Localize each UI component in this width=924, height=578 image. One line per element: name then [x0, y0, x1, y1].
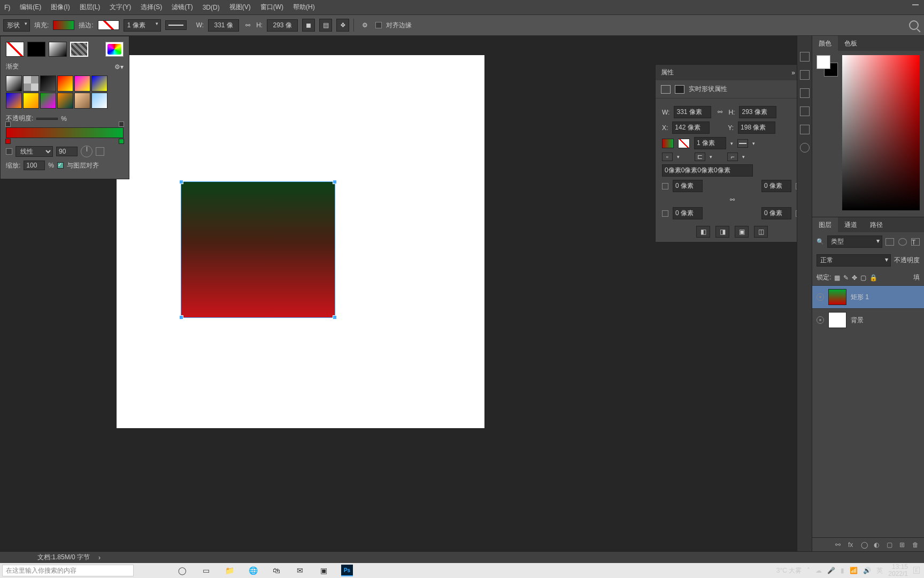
tray-ime-icon[interactable]: 英: [876, 566, 883, 575]
opacity-field[interactable]: [36, 118, 58, 120]
edge-icon[interactable]: 🌐: [247, 565, 259, 576]
tray-chevron-icon[interactable]: ˄: [807, 567, 810, 574]
tray-battery-icon[interactable]: ▮: [841, 567, 844, 574]
prop-y-field[interactable]: 198 像素: [738, 121, 775, 134]
handle-bl[interactable]: [179, 315, 183, 320]
start-icon[interactable]: ◯: [176, 565, 188, 576]
menu-layer[interactable]: 图层(L): [80, 3, 101, 12]
preset-1[interactable]: [23, 75, 39, 92]
color-stop-left[interactable]: [5, 139, 11, 144]
scale-field[interactable]: [24, 161, 45, 170]
color-picker-area[interactable]: [842, 55, 920, 210]
pathop-intersect-icon[interactable]: ▣: [735, 226, 749, 238]
explorer-icon[interactable]: 📁: [224, 565, 235, 576]
pathop-subtract-icon[interactable]: ◨: [715, 226, 729, 238]
align-edges-checkbox[interactable]: [375, 22, 382, 28]
tab-channels[interactable]: 通道: [838, 217, 864, 232]
filter-text-icon[interactable]: T: [911, 238, 920, 246]
fill-swatch[interactable]: [53, 20, 74, 30]
prop-x-field[interactable]: 142 像素: [672, 121, 710, 134]
status-doc-size[interactable]: 文档:1.85M/0 字节: [37, 553, 90, 562]
opacity-stop-left[interactable]: [5, 121, 11, 127]
corner-tr-field[interactable]: 0 像素: [761, 180, 791, 192]
photoshop-icon[interactable]: Ps: [341, 565, 353, 576]
preset-11[interactable]: [91, 93, 107, 109]
gradient-style-select[interactable]: 线性: [16, 146, 53, 157]
fill-type-gradient[interactable]: [49, 42, 67, 57]
fg-bg-swatch[interactable]: [817, 55, 838, 77]
layer-name[interactable]: 背景: [851, 316, 864, 325]
layer-filter-select[interactable]: 类型: [827, 235, 882, 248]
fill-type-pattern[interactable]: [70, 42, 88, 57]
corner-bl-icon[interactable]: [662, 210, 668, 217]
store-icon[interactable]: 🛍: [271, 565, 282, 576]
rectangle-shape[interactable]: [181, 182, 335, 317]
prop-stroke-style[interactable]: [737, 139, 748, 148]
lock-all-icon[interactable]: 🔒: [869, 274, 877, 282]
stroke-width-select[interactable]: 1 像素: [124, 19, 161, 32]
menu-window[interactable]: 窗口(W): [260, 3, 283, 12]
prop-w-field[interactable]: 331 像素: [674, 106, 711, 118]
tab-layers[interactable]: 图层: [812, 217, 838, 232]
lock-artboard-icon[interactable]: ▢: [860, 274, 866, 282]
menu-image[interactable]: 图像(I): [51, 3, 70, 12]
strip-icon-3[interactable]: [800, 88, 810, 98]
tray-wifi-icon[interactable]: 📶: [850, 567, 858, 574]
preset-5[interactable]: [91, 75, 107, 92]
menu-select[interactable]: 选择(S): [141, 3, 162, 12]
strip-icon-1[interactable]: [800, 52, 810, 62]
tray-notification-icon[interactable]: 🄴: [913, 567, 920, 574]
stroke-align-select[interactable]: ▫: [662, 153, 673, 161]
preset-8[interactable]: [40, 93, 56, 109]
app-icon[interactable]: ▣: [318, 565, 329, 576]
strip-icon-4[interactable]: [800, 107, 810, 116]
fx-icon[interactable]: fx: [848, 541, 856, 549]
prop-link-wh-icon[interactable]: ⚯: [715, 108, 724, 117]
menu-filter[interactable]: 滤镜(T): [172, 3, 192, 12]
link-wh-icon[interactable]: ⚯: [243, 21, 252, 29]
layer-background[interactable]: 背景: [812, 308, 924, 331]
prop-stroke-swatch[interactable]: [678, 139, 690, 148]
lock-trans-icon[interactable]: ▦: [834, 274, 840, 282]
filter-adjust-icon[interactable]: [898, 238, 907, 246]
angle-dial[interactable]: [81, 146, 93, 157]
group-icon[interactable]: ▢: [887, 541, 894, 549]
pathop-exclude-icon[interactable]: ◫: [754, 226, 768, 238]
visibility-toggle-icon[interactable]: [817, 316, 824, 324]
menu-edit[interactable]: 编辑(E): [20, 3, 41, 12]
corner-link-icon[interactable]: ⚯: [728, 195, 736, 204]
new-layer-icon[interactable]: ⊞: [899, 541, 907, 549]
trash-icon[interactable]: 🗑: [912, 541, 920, 549]
path-ops-icon[interactable]: ◼: [302, 19, 315, 32]
menu-view[interactable]: 视图(V): [229, 3, 251, 12]
adjustment-icon[interactable]: ◐: [874, 541, 881, 549]
fill-type-solid[interactable]: [27, 42, 45, 57]
mask-icon[interactable]: ◯: [861, 541, 868, 549]
preset-4[interactable]: [74, 75, 90, 92]
align-icon[interactable]: ▤: [319, 19, 332, 32]
taskbar-search-input[interactable]: 在这里输入你搜索的内容: [2, 565, 134, 576]
lock-pos-icon[interactable]: ✥: [852, 274, 857, 282]
lock-paint-icon[interactable]: ✎: [843, 274, 849, 282]
corner-tl-icon[interactable]: [662, 183, 668, 189]
mail-icon[interactable]: ✉: [294, 565, 306, 576]
preset-7[interactable]: [23, 93, 39, 109]
link-layers-icon[interactable]: ⚯: [835, 541, 843, 549]
tab-swatches[interactable]: 色板: [838, 36, 864, 51]
menu-3d[interactable]: 3D(D): [203, 4, 220, 11]
strip-icon-5[interactable]: [800, 125, 810, 134]
shape-mask-icon[interactable]: [661, 85, 671, 94]
minimize-icon[interactable]: [912, 4, 919, 5]
opacity-stop-right[interactable]: [119, 121, 124, 127]
live-shape-icon[interactable]: [675, 85, 684, 94]
prop-stroke-width[interactable]: 1 像素: [694, 137, 726, 149]
menu-file[interactable]: F): [4, 4, 10, 11]
status-arrow-icon[interactable]: ›: [98, 554, 101, 561]
menu-help[interactable]: 帮助(H): [293, 3, 315, 12]
strip-icon-2[interactable]: [800, 70, 810, 80]
color-picker-button[interactable]: [105, 42, 124, 57]
visibility-toggle-icon[interactable]: [817, 293, 824, 301]
preset-10[interactable]: [74, 93, 90, 109]
handle-tr[interactable]: [333, 180, 337, 184]
layer-rectangle-1[interactable]: 矩形 1: [812, 285, 924, 308]
